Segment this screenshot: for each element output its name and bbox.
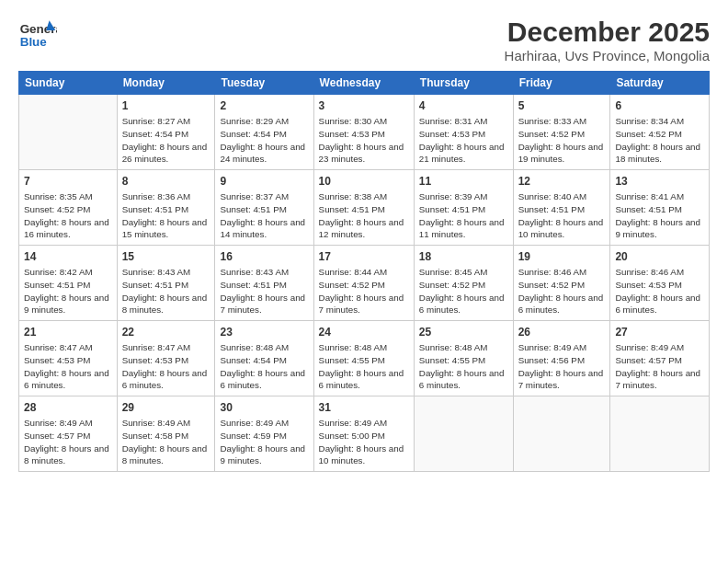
day-number: 21 [24, 325, 112, 339]
day-info: Sunrise: 8:37 AM Sunset: 4:51 PM Dayligh… [220, 190, 308, 241]
day-info: Sunrise: 8:46 AM Sunset: 4:53 PM Dayligh… [615, 266, 704, 316]
day-number: 30 [220, 400, 308, 415]
calendar-week-5: 28Sunrise: 8:49 AM Sunset: 4:57 PM Dayli… [19, 396, 710, 472]
day-number: 16 [220, 249, 308, 264]
header-sunday: Sunday [19, 72, 118, 95]
day-number: 7 [24, 174, 112, 189]
day-info: Sunrise: 8:49 AM Sunset: 4:58 PM Dayligh… [122, 417, 210, 467]
calendar-cell-w5-d7 [610, 396, 710, 472]
day-info: Sunrise: 8:29 AM Sunset: 4:54 PM Dayligh… [220, 115, 308, 166]
calendar-cell-w4-d5: 25Sunrise: 8:48 AM Sunset: 4:55 PM Dayli… [414, 321, 513, 396]
day-number: 11 [419, 174, 508, 189]
day-number: 6 [615, 98, 704, 113]
calendar-cell-w1-d2: 1Sunrise: 8:27 AM Sunset: 4:54 PM Daylig… [117, 95, 215, 170]
day-info: Sunrise: 8:49 AM Sunset: 4:57 PM Dayligh… [615, 341, 704, 392]
calendar-cell-w1-d5: 4Sunrise: 8:31 AM Sunset: 4:53 PM Daylig… [414, 95, 513, 170]
day-info: Sunrise: 8:40 AM Sunset: 4:51 PM Dayligh… [518, 190, 606, 241]
day-info: Sunrise: 8:49 AM Sunset: 4:59 PM Dayligh… [220, 417, 308, 467]
calendar-cell-w5-d1: 28Sunrise: 8:49 AM Sunset: 4:57 PM Dayli… [19, 396, 118, 472]
calendar-cell-w3-d1: 14Sunrise: 8:42 AM Sunset: 4:51 PM Dayli… [19, 246, 118, 321]
day-number: 26 [518, 325, 606, 339]
weekday-header-row: Sunday Monday Tuesday Wednesday Thursday… [19, 72, 710, 95]
main-title: December 2025 [505, 17, 710, 48]
calendar-cell-w3-d2: 15Sunrise: 8:43 AM Sunset: 4:51 PM Dayli… [117, 246, 215, 321]
day-number: 9 [220, 174, 308, 189]
day-info: Sunrise: 8:46 AM Sunset: 4:52 PM Dayligh… [518, 266, 606, 316]
day-info: Sunrise: 8:48 AM Sunset: 4:55 PM Dayligh… [419, 341, 508, 392]
day-info: Sunrise: 8:42 AM Sunset: 4:51 PM Dayligh… [24, 266, 112, 316]
calendar-cell-w3-d7: 20Sunrise: 8:46 AM Sunset: 4:53 PM Dayli… [610, 246, 710, 321]
page: General Blue December 2025 Harhiraa, Uvs… [0, 0, 728, 563]
calendar-cell-w2-d2: 8Sunrise: 8:36 AM Sunset: 4:51 PM Daylig… [117, 170, 215, 246]
day-number: 3 [319, 98, 409, 113]
calendar-cell-w4-d6: 26Sunrise: 8:49 AM Sunset: 4:56 PM Dayli… [513, 321, 610, 396]
day-info: Sunrise: 8:33 AM Sunset: 4:52 PM Dayligh… [518, 115, 606, 166]
day-number: 27 [615, 325, 704, 339]
header: General Blue December 2025 Harhiraa, Uvs… [18, 17, 710, 63]
day-number: 29 [122, 400, 210, 415]
calendar-week-1: 1Sunrise: 8:27 AM Sunset: 4:54 PM Daylig… [19, 95, 710, 170]
day-number: 28 [24, 400, 112, 415]
day-number: 19 [518, 249, 606, 264]
header-tuesday: Tuesday [215, 72, 313, 95]
day-number: 15 [122, 249, 210, 264]
calendar-cell-w2-d4: 10Sunrise: 8:38 AM Sunset: 4:51 PM Dayli… [313, 170, 414, 246]
header-friday: Friday [513, 72, 610, 95]
day-number: 18 [419, 249, 508, 264]
calendar-cell-w5-d4: 31Sunrise: 8:49 AM Sunset: 5:00 PM Dayli… [313, 396, 414, 472]
day-number: 1 [122, 98, 210, 113]
calendar-cell-w5-d6 [513, 396, 610, 472]
calendar-cell-w1-d3: 2Sunrise: 8:29 AM Sunset: 4:54 PM Daylig… [215, 95, 313, 170]
calendar-cell-w5-d5 [414, 396, 513, 472]
day-number: 14 [24, 249, 112, 264]
header-thursday: Thursday [414, 72, 513, 95]
day-number: 23 [220, 325, 308, 339]
calendar-cell-w4-d3: 23Sunrise: 8:48 AM Sunset: 4:54 PM Dayli… [215, 321, 313, 396]
calendar-cell-w4-d1: 21Sunrise: 8:47 AM Sunset: 4:53 PM Dayli… [19, 321, 118, 396]
calendar-cell-w3-d6: 19Sunrise: 8:46 AM Sunset: 4:52 PM Dayli… [513, 246, 610, 321]
calendar-cell-w2-d7: 13Sunrise: 8:41 AM Sunset: 4:51 PM Dayli… [610, 170, 710, 246]
day-number: 10 [319, 174, 409, 189]
day-info: Sunrise: 8:45 AM Sunset: 4:52 PM Dayligh… [419, 266, 508, 316]
day-number: 4 [419, 98, 508, 113]
day-number: 22 [122, 325, 210, 339]
day-info: Sunrise: 8:35 AM Sunset: 4:52 PM Dayligh… [24, 190, 112, 241]
day-number: 31 [319, 400, 409, 415]
day-number: 20 [615, 249, 704, 264]
calendar-table: Sunday Monday Tuesday Wednesday Thursday… [18, 71, 710, 472]
calendar-cell-w1-d7: 6Sunrise: 8:34 AM Sunset: 4:52 PM Daylig… [610, 95, 710, 170]
calendar-cell-w3-d4: 17Sunrise: 8:44 AM Sunset: 4:52 PM Dayli… [313, 246, 414, 321]
logo: General Blue [18, 17, 59, 55]
day-number: 17 [319, 249, 409, 264]
calendar-cell-w1-d4: 3Sunrise: 8:30 AM Sunset: 4:53 PM Daylig… [313, 95, 414, 170]
calendar-cell-w5-d2: 29Sunrise: 8:49 AM Sunset: 4:58 PM Dayli… [117, 396, 215, 472]
day-info: Sunrise: 8:39 AM Sunset: 4:51 PM Dayligh… [419, 190, 508, 241]
title-section: December 2025 Harhiraa, Uvs Province, Mo… [505, 17, 710, 63]
day-info: Sunrise: 8:49 AM Sunset: 4:57 PM Dayligh… [24, 417, 112, 467]
day-number: 25 [419, 325, 508, 339]
day-info: Sunrise: 8:43 AM Sunset: 4:51 PM Dayligh… [220, 266, 308, 316]
calendar-cell-w5-d3: 30Sunrise: 8:49 AM Sunset: 4:59 PM Dayli… [215, 396, 313, 472]
calendar-cell-w3-d3: 16Sunrise: 8:43 AM Sunset: 4:51 PM Dayli… [215, 246, 313, 321]
calendar-cell-w2-d1: 7Sunrise: 8:35 AM Sunset: 4:52 PM Daylig… [19, 170, 118, 246]
day-number: 24 [319, 325, 409, 339]
subtitle: Harhiraa, Uvs Province, Mongolia [505, 48, 710, 63]
day-info: Sunrise: 8:30 AM Sunset: 4:53 PM Dayligh… [319, 115, 409, 166]
day-info: Sunrise: 8:44 AM Sunset: 4:52 PM Dayligh… [319, 266, 409, 316]
day-info: Sunrise: 8:48 AM Sunset: 4:55 PM Dayligh… [319, 341, 409, 392]
logo-icon: General Blue [18, 17, 57, 55]
day-info: Sunrise: 8:48 AM Sunset: 4:54 PM Dayligh… [220, 341, 308, 392]
day-info: Sunrise: 8:47 AM Sunset: 4:53 PM Dayligh… [122, 341, 210, 392]
calendar-cell-w4-d2: 22Sunrise: 8:47 AM Sunset: 4:53 PM Dayli… [117, 321, 215, 396]
calendar-week-2: 7Sunrise: 8:35 AM Sunset: 4:52 PM Daylig… [19, 170, 710, 246]
calendar-week-3: 14Sunrise: 8:42 AM Sunset: 4:51 PM Dayli… [19, 246, 710, 321]
day-number: 8 [122, 174, 210, 189]
calendar-cell-w2-d5: 11Sunrise: 8:39 AM Sunset: 4:51 PM Dayli… [414, 170, 513, 246]
day-info: Sunrise: 8:31 AM Sunset: 4:53 PM Dayligh… [419, 115, 508, 166]
day-info: Sunrise: 8:49 AM Sunset: 4:56 PM Dayligh… [518, 341, 606, 392]
day-number: 2 [220, 98, 308, 113]
day-info: Sunrise: 8:49 AM Sunset: 5:00 PM Dayligh… [319, 417, 409, 467]
calendar-week-4: 21Sunrise: 8:47 AM Sunset: 4:53 PM Dayli… [19, 321, 710, 396]
day-info: Sunrise: 8:36 AM Sunset: 4:51 PM Dayligh… [122, 190, 210, 241]
day-number: 5 [518, 98, 606, 113]
